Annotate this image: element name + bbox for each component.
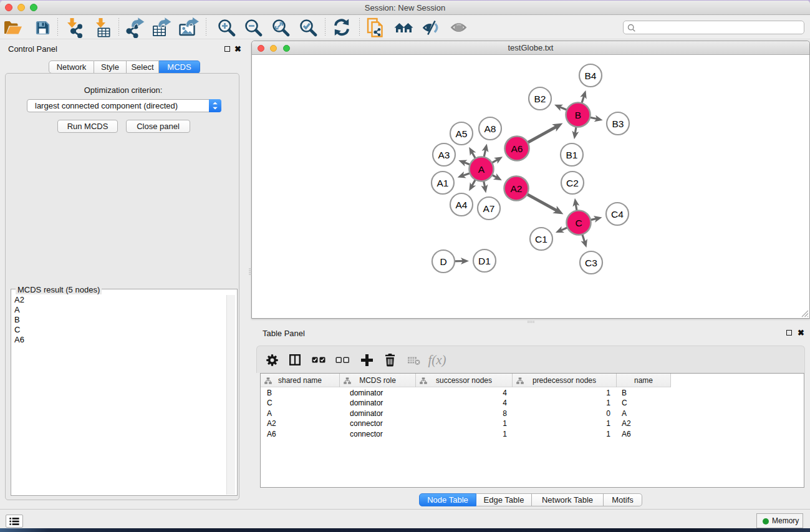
table-row[interactable]: Bdominator41B bbox=[261, 388, 804, 399]
column-header-name[interactable]: name bbox=[617, 374, 671, 387]
graph-node-B[interactable]: B bbox=[566, 103, 591, 127]
criterion-dropdown[interactable]: largest connected component (directed) bbox=[27, 99, 221, 112]
zoom-out-icon[interactable] bbox=[242, 17, 263, 38]
graph-node-A7[interactable]: A7 bbox=[478, 197, 500, 220]
table-close-icon[interactable]: ✖ bbox=[798, 330, 804, 336]
result-item[interactable]: A6 bbox=[12, 335, 226, 345]
graph-node-C2[interactable]: C2 bbox=[561, 172, 584, 194]
graph-node-A4[interactable]: A4 bbox=[450, 193, 473, 216]
delete-columns-icon[interactable] bbox=[379, 349, 400, 371]
table-row[interactable]: Adominator80A bbox=[261, 409, 804, 419]
network-graph-canvas[interactable]: B4B2BB3A8A5A6A3B1AA1C2A2A4A7C4CC1C3DD1 bbox=[252, 55, 809, 318]
table-float-icon[interactable] bbox=[786, 330, 792, 336]
show-all-icon[interactable] bbox=[448, 17, 469, 38]
table-cell: A bbox=[267, 409, 335, 419]
graph-edge-C-C3[interactable] bbox=[581, 233, 587, 248]
graph-node-B2[interactable]: B2 bbox=[529, 87, 551, 110]
graph-node-A6[interactable]: A6 bbox=[505, 137, 529, 161]
column-header-shared-name[interactable]: shared name bbox=[261, 374, 340, 387]
tab-network[interactable]: Network bbox=[49, 60, 94, 74]
result-item[interactable]: C bbox=[12, 325, 226, 335]
graph-node-C4[interactable]: C4 bbox=[606, 203, 629, 225]
close-panel-button[interactable]: Close panel bbox=[126, 120, 190, 133]
search-input[interactable] bbox=[637, 22, 799, 33]
hide-selected-icon[interactable] bbox=[420, 17, 441, 38]
svg-text:A3: A3 bbox=[438, 150, 450, 160]
graph-node-A1[interactable]: A1 bbox=[432, 172, 454, 194]
show-column-icon[interactable] bbox=[284, 349, 306, 371]
select-all-icon[interactable] bbox=[308, 349, 329, 371]
splitter-grip-horizontal[interactable] bbox=[527, 320, 536, 324]
graph-edge-D-D1[interactable] bbox=[453, 258, 469, 264]
result-item[interactable]: A bbox=[12, 305, 226, 315]
open-session-icon[interactable] bbox=[2, 17, 23, 38]
result-item[interactable]: B bbox=[12, 315, 226, 325]
close-panel-icon[interactable]: ✖ bbox=[234, 46, 241, 52]
export-image-icon[interactable] bbox=[178, 17, 200, 38]
graph-edge-A-A5[interactable] bbox=[469, 147, 476, 160]
graph-node-C3[interactable]: C3 bbox=[580, 251, 602, 274]
task-history-button[interactable] bbox=[6, 515, 23, 528]
column-header-MCDS-role[interactable]: MCDS role bbox=[340, 374, 416, 387]
graph-node-A2[interactable]: A2 bbox=[504, 177, 529, 201]
zoom-in-icon[interactable] bbox=[215, 17, 236, 38]
export-table-icon[interactable] bbox=[152, 17, 173, 38]
graph-node-A3[interactable]: A3 bbox=[433, 143, 455, 166]
search-box[interactable] bbox=[623, 21, 804, 34]
apply-layout-icon[interactable] bbox=[331, 17, 352, 38]
network-window-titlebar[interactable]: testGlobe.txt bbox=[252, 41, 809, 55]
tab-network-table[interactable]: Network Table bbox=[532, 493, 604, 506]
window-resize-grip[interactable] bbox=[801, 309, 809, 317]
node-table[interactable]: shared name MCDS role successor nodes pr… bbox=[260, 373, 804, 488]
first-neighbors-icon[interactable] bbox=[393, 17, 414, 38]
deselect-all-icon[interactable] bbox=[332, 349, 353, 371]
memory-button[interactable]: Memory bbox=[756, 513, 803, 528]
run-mcds-button[interactable]: Run MCDS bbox=[57, 120, 118, 133]
graph-node-C[interactable]: C bbox=[567, 211, 591, 235]
graph-node-B1[interactable]: B1 bbox=[561, 143, 583, 166]
table-mode-gear-icon[interactable] bbox=[261, 349, 282, 371]
column-header-successor-nodes[interactable]: successor nodes bbox=[416, 374, 513, 387]
save-session-icon[interactable] bbox=[32, 17, 53, 38]
svg-text:C1: C1 bbox=[535, 234, 547, 244]
column-header-predecessor-nodes[interactable]: predecessor nodes bbox=[513, 374, 617, 387]
duplicate-network-icon[interactable] bbox=[366, 17, 387, 38]
graph-node-D1[interactable]: D1 bbox=[473, 249, 496, 272]
tab-node-table[interactable]: Node Table bbox=[419, 493, 476, 506]
table-header: shared name MCDS role successor nodes pr… bbox=[261, 374, 671, 387]
tab-style[interactable]: Style bbox=[94, 60, 127, 74]
shared-column-icon bbox=[420, 377, 427, 384]
zoom-selected-icon[interactable] bbox=[297, 17, 318, 38]
graph-node-A8[interactable]: A8 bbox=[479, 117, 501, 140]
tab-edge-table[interactable]: Edge Table bbox=[476, 493, 532, 506]
mcds-result-list[interactable]: A2ABCA6 bbox=[12, 295, 226, 495]
new-column-icon[interactable] bbox=[356, 349, 377, 371]
tab-select[interactable]: Select bbox=[127, 60, 159, 74]
splitter-grip-vertical[interactable] bbox=[248, 268, 253, 276]
graph-node-D[interactable]: D bbox=[432, 250, 455, 273]
zoom-fit-icon[interactable] bbox=[269, 17, 291, 38]
table-row[interactable]: A2connector11A2 bbox=[261, 418, 804, 429]
table-row[interactable]: Cdominator41C bbox=[261, 398, 804, 409]
memory-status-dot bbox=[763, 518, 769, 525]
import-table-icon[interactable] bbox=[92, 17, 113, 38]
graph-node-A5[interactable]: A5 bbox=[450, 122, 473, 145]
export-network-icon[interactable] bbox=[125, 17, 146, 38]
tab-mcds[interactable]: MCDS bbox=[159, 60, 200, 74]
tab-motifs[interactable]: Motifs bbox=[604, 493, 642, 506]
table-row[interactable]: A6connector11A6 bbox=[261, 429, 804, 440]
svg-text:A2: A2 bbox=[511, 183, 523, 194]
graph-node-A[interactable]: A bbox=[470, 157, 494, 181]
app-titlebar[interactable]: Session: New Session bbox=[0, 1, 810, 15]
float-panel-icon[interactable] bbox=[224, 46, 230, 52]
graph-node-B3[interactable]: B3 bbox=[607, 112, 629, 135]
graph-edge-A6-B[interactable] bbox=[526, 123, 562, 143]
result-scrollbar[interactable] bbox=[226, 295, 235, 495]
graph-edge-A2-C[interactable] bbox=[526, 193, 563, 214]
result-item[interactable]: A2 bbox=[12, 295, 226, 305]
graph-node-C1[interactable]: C1 bbox=[530, 228, 552, 250]
optimization-criterion-label: Optimization criterion: bbox=[0, 85, 246, 95]
graph-edge-A-A4[interactable] bbox=[469, 178, 476, 191]
graph-node-B4[interactable]: B4 bbox=[579, 64, 602, 87]
import-network-icon[interactable] bbox=[65, 17, 86, 38]
